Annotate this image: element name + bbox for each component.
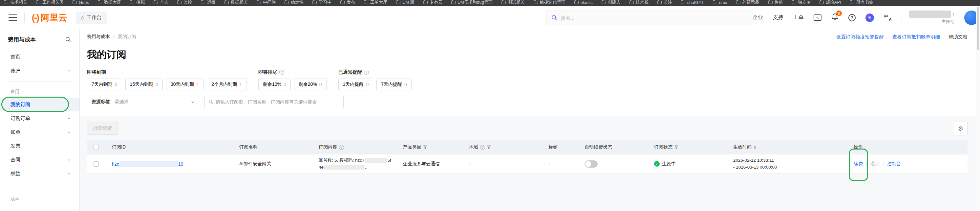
bookmark-item[interactable]: elastic <box>574 0 593 6</box>
nav-tickets[interactable]: 工单 <box>793 14 804 21</box>
bookmark-item[interactable]: 敏捷迭代管理 <box>534 0 565 6</box>
filter-remaining-20[interactable]: 剩余20%0 <box>294 78 326 90</box>
bookmark-item[interactable]: 运维 <box>201 0 216 6</box>
subscription-id-link[interactable]: hzc 10 <box>112 161 183 167</box>
batch-renew-button[interactable]: 批量续费 <box>87 121 118 135</box>
bookmark-item[interactable]: chatGPT <box>681 0 704 6</box>
filter-funnel-icon[interactable] <box>487 145 491 149</box>
nav-enterprise[interactable]: 企业 <box>752 14 763 21</box>
help-docs-link[interactable]: 帮助文档 <box>948 34 967 40</box>
select-all-checkbox[interactable] <box>94 145 99 150</box>
bookmark-item[interactable]: 技术相关 <box>4 0 27 6</box>
aliyun-logo[interactable]: (-) 阿里云 <box>32 12 67 24</box>
info-icon[interactable]: ? <box>364 70 369 75</box>
bookmark-item[interactable]: 所有书签 <box>850 0 873 6</box>
bookmarks-bar: 技术相关 工作相关类 Gdps 数据大屏 模拟 个人 监控 运维 数据相关 中间… <box>0 0 980 6</box>
bookmark-item[interactable]: 数据相关 <box>224 0 248 6</box>
filter-funnel-icon[interactable] <box>675 145 678 149</box>
workbench-button[interactable]: ⌂ 工作台 <box>76 11 107 24</box>
bookmark-item[interactable]: 独立IP <box>792 0 811 6</box>
folder-icon <box>396 1 400 4</box>
breadcrumb-root[interactable]: 费用与成本 <box>87 34 110 40</box>
bookmark-item[interactable]: Gdps <box>73 0 89 6</box>
folder-icon <box>340 1 345 4</box>
sidebar-item-invoices[interactable]: 发票 <box>0 139 80 153</box>
sidebar-item-my-subscriptions[interactable]: 我的订阅 <box>0 98 80 112</box>
nav-support[interactable]: 支持 <box>773 14 783 21</box>
renew-action[interactable]: 续费 <box>854 161 863 167</box>
filter-remaining-10[interactable]: 剩余10%0 <box>258 78 291 90</box>
bookmark-item[interactable]: 技术栈 <box>630 0 649 6</box>
bookmark-item[interactable]: 工作相关类 <box>36 0 64 6</box>
set-quota-alert-link[interactable]: 设置订阅额度预警提醒 <box>836 34 884 40</box>
resource-tag-select[interactable]: 资源标签 请选择 <box>87 96 199 108</box>
bookmark-label: 模拟 <box>136 0 145 5</box>
row-checkbox[interactable] <box>94 161 99 167</box>
bookmark-item[interactable]: 工单大厅 <box>364 0 387 6</box>
sidebar-item-bills[interactable]: 账单 <box>0 125 80 139</box>
info-icon[interactable]: ? <box>339 145 344 150</box>
view-deduction-bill-link[interactable]: 查看订阅抵扣账单明细 <box>892 34 940 40</box>
info-icon[interactable]: ? <box>480 145 485 150</box>
bookmark-item[interactable]: 监控 <box>177 0 192 6</box>
help-icon[interactable]: ? <box>848 14 856 21</box>
bookmark-label: 技术相关 <box>10 0 27 5</box>
bookmark-label: 测试相关 <box>508 0 525 5</box>
bookmark-item[interactable]: 邮箱API <box>819 0 841 6</box>
bookmark-label: DM需求和bug管理 <box>458 0 493 5</box>
tag-value: - <box>549 161 550 167</box>
bookmark-item[interactable]: 专有云 <box>423 0 442 6</box>
main-top: 费用与成本 / 我的订阅 设置订阅额度预警提醒 查看订阅抵扣账单明细 帮助文档 … <box>80 29 980 116</box>
notifications-button[interactable]: 8 <box>831 13 838 22</box>
keyword-search-input[interactable] <box>216 99 340 104</box>
bookmark-item[interactable]: 外部竞品 <box>736 0 759 6</box>
sidebar-item-account[interactable]: 账户 <box>0 64 80 78</box>
console-action[interactable]: 控制台 <box>887 161 901 167</box>
hamburger-menu-icon[interactable] <box>8 14 17 21</box>
bookmark-item[interactable]: dmx <box>713 0 727 6</box>
sidebar-item-contracts[interactable]: 合同 <box>0 153 80 167</box>
bookmark-label: 技术栈 <box>636 0 649 5</box>
bookmark-item[interactable]: 稳定性 <box>285 0 304 6</box>
sidebar-search-icon[interactable] <box>65 37 71 42</box>
main-bottom: 批量续费 ⚙ 订阅ID 订阅名称 订阅内容? 产品类目 地域? 标签 自动续费 <box>80 116 980 211</box>
sidebar-item-orders[interactable]: 订购订单 <box>0 112 80 125</box>
filter-expire-15d[interactable]: 15天内到期0 <box>126 78 163 90</box>
bookmark-item[interactable]: 个人 <box>154 0 169 6</box>
cloud-shell-icon[interactable]: >_ <box>814 14 821 21</box>
bookmark-item[interactable]: DM 版 <box>396 0 415 6</box>
bookmark-item[interactable]: 中间件 <box>257 0 276 6</box>
subscription-id-redacted <box>119 161 178 167</box>
main: 费用与成本 / 我的订阅 设置订阅额度预警提醒 查看订阅抵扣账单明细 帮助文档 … <box>80 29 980 211</box>
bookmark-item[interactable]: 学习中 <box>312 0 331 6</box>
bookmark-item[interactable]: 关注 <box>657 0 672 6</box>
table-settings-button[interactable]: ⚙ <box>954 121 967 136</box>
table-header: 订阅ID 订阅名称 订阅内容? 产品类目 地域? 标签 自动续费状态 订阅状态 … <box>87 140 967 155</box>
info-icon[interactable]: ? <box>279 70 284 75</box>
bookmark-item[interactable]: 售前 <box>768 0 783 6</box>
filter-expire-7d[interactable]: 7天内到期0 <box>87 78 122 90</box>
bookmark-label: DM 版 <box>402 0 415 5</box>
filter-funnel-icon[interactable] <box>423 145 427 149</box>
filter-expire-30d[interactable]: 30天内到期1 <box>166 78 204 90</box>
folder-icon <box>364 1 368 4</box>
sort-icon[interactable] <box>754 145 757 150</box>
sidebar-item-home[interactable]: 首页 <box>0 50 80 64</box>
sidebar-item-benefits[interactable]: 权益 <box>0 167 80 181</box>
folder-icon <box>768 1 773 4</box>
bookmark-item[interactable]: 发布 <box>340 0 355 6</box>
account-menu[interactable]: 7 主账号 <box>902 11 955 25</box>
bookmark-item[interactable]: 创建人 <box>601 0 620 6</box>
bookmark-item[interactable]: 模拟 <box>130 0 145 6</box>
filter-expire-2m[interactable]: 2个月内到期1 <box>207 78 247 90</box>
bookmark-item[interactable]: 数据大屏 <box>98 0 121 6</box>
auto-renew-toggle[interactable] <box>584 160 598 168</box>
bookmark-item[interactable]: DM需求和bug管理 <box>451 0 493 6</box>
filter-notify-1d[interactable]: 1天内提醒0 <box>338 78 374 90</box>
language-toggle-icon[interactable]: 中 A <box>884 14 892 21</box>
ai-assistant-icon[interactable]: ✳ <box>865 13 874 22</box>
scrollbar-thumb[interactable] <box>977 7 979 50</box>
global-search-input[interactable] <box>560 15 748 21</box>
filter-notify-7d[interactable]: 7天内提醒0 <box>377 78 412 90</box>
bookmark-item[interactable]: 测试相关 <box>501 0 525 6</box>
